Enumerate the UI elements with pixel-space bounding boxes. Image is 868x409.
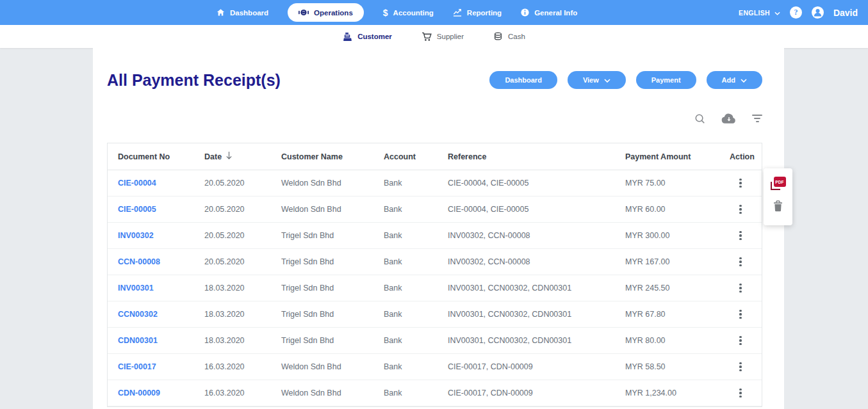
nav-item-general-info[interactable]: General Info [521, 8, 577, 17]
document-no-cell: INV00301 [108, 284, 194, 293]
row-actions-kebab-icon[interactable] [734, 307, 746, 323]
page-header: All Payment Receipt(s) Dashboard View Pa… [107, 67, 762, 93]
row-actions-kebab-icon[interactable] [734, 175, 746, 191]
document-no-cell: INV00302 [108, 231, 194, 240]
customer-name-cell: Trigel Sdn Bhd [271, 336, 373, 345]
table-row: CIE-0000420.05.2020Weldon Sdn BhdBankCIE… [108, 170, 762, 196]
subnav-item-cash[interactable]: Cash [493, 32, 525, 42]
pdf-icon-label: PDF [774, 177, 786, 187]
column-header-reference[interactable]: Reference [438, 152, 615, 161]
row-actions-kebab-icon[interactable] [734, 254, 746, 270]
chevron-down-icon [774, 9, 780, 17]
button-label: Payment [651, 76, 681, 84]
document-no-link[interactable]: INV00302 [118, 231, 154, 240]
document-no-cell: CIE-00004 [108, 179, 194, 188]
column-header-payment-amount[interactable]: Payment Amount [615, 152, 719, 161]
document-no-link[interactable]: CDN-00009 [118, 389, 160, 397]
nav-label: Operations [314, 9, 353, 17]
row-actions-kebab-icon[interactable] [734, 202, 746, 218]
customer-name-cell: Weldon Sdn Bhd [271, 205, 373, 214]
search-icon[interactable] [694, 113, 705, 124]
action-cell [719, 280, 762, 296]
table-body: CIE-0000420.05.2020Weldon Sdn BhdBankCIE… [108, 170, 762, 406]
document-no-link[interactable]: CIE-00017 [118, 362, 156, 371]
date-cell: 18.03.2020 [194, 284, 271, 293]
subnav-item-supplier[interactable]: Supplier [422, 32, 464, 42]
language-selector[interactable]: ENGLISH [739, 9, 780, 17]
account-cell: Bank [373, 389, 438, 397]
customer-name-cell: Weldon Sdn Bhd [271, 362, 373, 371]
account-cell: Bank [373, 336, 438, 345]
reference-cell: INV00302, CCN-00008 [438, 231, 615, 240]
nav-item-dashboard[interactable]: Dashboard [217, 8, 268, 17]
dashboard-button[interactable]: Dashboard [489, 71, 557, 89]
nav-item-reporting[interactable]: Reporting [453, 8, 502, 17]
cloud-download-icon[interactable] [721, 113, 737, 124]
page-actions: Dashboard View Payment Add [489, 71, 762, 89]
row-actions-kebab-icon[interactable] [734, 280, 746, 296]
subnav-label: Cash [508, 33, 525, 40]
document-no-link[interactable]: CCN00302 [118, 310, 158, 319]
reference-cell: INV00301, CCN00302, CDN00301 [438, 336, 615, 345]
date-cell: 16.03.2020 [194, 389, 271, 397]
sort-desc-icon [225, 151, 233, 162]
row-actions-kebab-icon[interactable] [734, 359, 746, 375]
column-header-customer-name[interactable]: Customer Name [271, 152, 373, 161]
page-title: All Payment Receipt(s) [107, 71, 281, 90]
document-no-link[interactable]: CDN00301 [118, 336, 158, 345]
table-row: CCN0030218.03.2020Trigel Sdn BhdBankINV0… [108, 301, 762, 328]
cart-icon [422, 32, 432, 42]
account-cell: Bank [373, 257, 438, 266]
document-no-link[interactable]: INV00301 [118, 284, 154, 293]
payment-amount-cell: MYR 58.50 [615, 362, 719, 371]
reference-cell: CIE-00004, CIE-00005 [438, 205, 615, 214]
topbar-right-section: ENGLISH ? David [739, 0, 858, 25]
action-cell [719, 254, 762, 270]
language-label: ENGLISH [739, 9, 770, 17]
button-label: Add [722, 76, 735, 84]
payment-amount-cell: MYR 1,234.00 [615, 389, 719, 397]
customer-name-cell: Trigel Sdn Bhd [271, 310, 373, 319]
table-row: CCN-0000820.05.2020Trigel Sdn BhdBankINV… [108, 249, 762, 275]
document-no-cell: CCN00302 [108, 310, 194, 319]
subnav-item-customer[interactable]: Customer [343, 32, 392, 42]
customer-name-cell: Weldon Sdn Bhd [271, 389, 373, 397]
button-label: View [583, 76, 599, 84]
nav-item-accounting[interactable]: $ Accounting [383, 8, 434, 17]
button-label: Dashboard [505, 76, 541, 84]
cash-register-icon [343, 32, 352, 42]
user-name[interactable]: David [833, 8, 858, 18]
help-icon[interactable]: ? [790, 6, 802, 19]
column-header-document-no[interactable]: Document No [108, 152, 194, 161]
table-row: CDN-0000916.03.2020Weldon Sdn BhdBankCIE… [108, 380, 762, 406]
row-actions-kebab-icon[interactable] [734, 385, 746, 401]
view-dropdown-button[interactable]: View [568, 71, 626, 89]
add-dropdown-button[interactable]: Add [707, 71, 762, 89]
user-avatar-icon[interactable] [812, 6, 824, 19]
receipts-table: Document No Date Customer Name Account R… [107, 143, 762, 407]
filter-icon[interactable] [752, 115, 762, 122]
row-actions-kebab-icon[interactable] [734, 333, 746, 349]
column-header-action: Action [719, 152, 762, 161]
document-no-link[interactable]: CIE-00004 [118, 179, 156, 188]
account-cell: Bank [373, 231, 438, 240]
column-header-date[interactable]: Date [194, 151, 271, 162]
nav-item-operations[interactable]: Operations [288, 3, 364, 22]
date-cell: 20.05.2020 [194, 179, 271, 188]
reference-cell: INV00302, CCN-00008 [438, 257, 615, 266]
document-no-link[interactable]: CIE-00005 [118, 205, 156, 214]
chart-icon [453, 8, 462, 17]
pdf-icon[interactable]: PDF [771, 177, 786, 190]
payment-button[interactable]: Payment [636, 71, 696, 89]
payment-amount-cell: MYR 60.00 [615, 205, 719, 214]
row-actions-kebab-icon[interactable] [734, 228, 746, 244]
action-cell [719, 228, 762, 244]
customer-name-cell: Trigel Sdn Bhd [271, 257, 373, 266]
document-no-link[interactable]: CCN-00008 [118, 257, 160, 266]
nav-label: General Info [534, 9, 577, 17]
action-cell [719, 333, 762, 349]
trash-icon[interactable] [773, 200, 783, 212]
reference-cell: CIE-00017, CDN-00009 [438, 389, 615, 397]
column-header-account[interactable]: Account [373, 152, 438, 161]
payment-amount-cell: MYR 167.00 [615, 257, 719, 266]
